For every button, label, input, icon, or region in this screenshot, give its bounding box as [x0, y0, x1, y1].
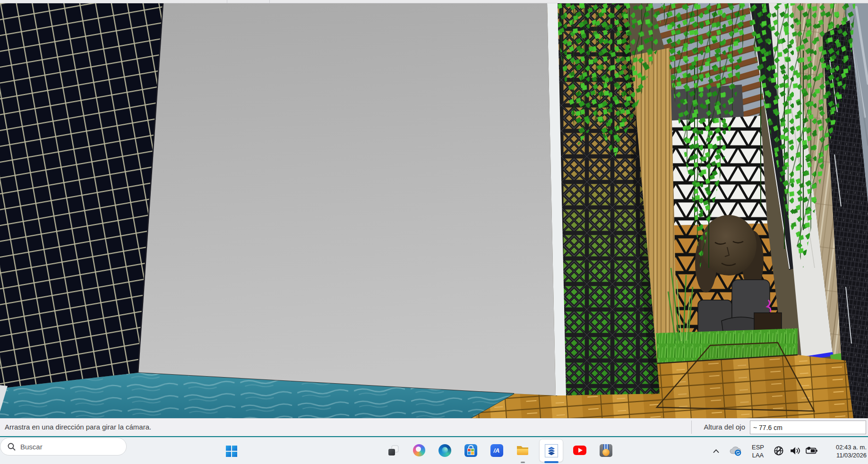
- desktop-screen: Arrastra en una dirección para girar la …: [0, 0, 868, 464]
- youtube-icon: [573, 446, 586, 455]
- sketchup-icon: [544, 443, 559, 458]
- tray-expand-button[interactable]: [710, 446, 722, 457]
- tray-date: 11/03/2026: [836, 451, 867, 459]
- microsoft-store-button[interactable]: [464, 443, 478, 457]
- windows-logo-icon: [225, 445, 238, 458]
- toolbar-divider: [227, 0, 227, 3]
- tray-time: 02:43 a. m.: [836, 443, 867, 451]
- edge-button[interactable]: [438, 443, 452, 457]
- search-icon: [7, 442, 16, 451]
- camera-hint-text: Arrastra en una dirección para girar la …: [5, 423, 151, 431]
- language-indicator[interactable]: ESP LAA: [748, 442, 767, 461]
- speaker-icon: [789, 445, 800, 456]
- onedrive-tray-button[interactable]: [728, 444, 743, 457]
- network-tray-button[interactable]: [772, 445, 785, 457]
- battery-tray-button[interactable]: [804, 445, 819, 457]
- task-view-icon: [387, 444, 400, 457]
- globe-no-internet-icon: [773, 445, 784, 456]
- eye-height-input[interactable]: [750, 421, 866, 434]
- start-button[interactable]: [223, 443, 240, 459]
- battery-saver-icon: [805, 445, 818, 456]
- search-input[interactable]: [20, 443, 110, 451]
- language-line2: LAA: [752, 451, 764, 459]
- medal-coin: [602, 449, 610, 456]
- toolbar-strip: [0, 0, 868, 3]
- slash-a-icon: /A: [490, 444, 503, 457]
- file-explorer-icon: [516, 445, 529, 456]
- status-divider: [691, 421, 692, 434]
- file-explorer-running-dot: [521, 462, 525, 463]
- volume-tray-button[interactable]: [788, 445, 801, 457]
- status-bar: Arrastra en una dirección para girar la …: [0, 418, 868, 436]
- tile-wall: [0, 3, 163, 388]
- slash-a-app-button[interactable]: /A: [490, 443, 504, 457]
- copilot-icon: [413, 444, 425, 456]
- edge-icon: [438, 444, 451, 457]
- sketchup-active-indicator: [544, 461, 559, 463]
- medal-button[interactable]: [599, 443, 613, 457]
- microsoft-store-icon: [464, 444, 477, 457]
- clock[interactable]: 02:43 a. m. 11/03/2026: [824, 442, 867, 461]
- file-explorer-button[interactable]: [516, 443, 530, 457]
- gray-wall: [138, 3, 556, 395]
- taskbar: /A: [0, 437, 868, 464]
- chevron-up-icon: [711, 447, 721, 456]
- eye-height-label: Altura del ojo: [696, 423, 745, 431]
- sketchup-button-active[interactable]: [539, 439, 563, 462]
- store-windows-grid: [467, 448, 474, 455]
- scene-svg: [0, 3, 868, 418]
- language-line1: ESP: [752, 443, 764, 451]
- youtube-button[interactable]: [573, 443, 587, 457]
- task-view-button[interactable]: [386, 443, 400, 457]
- 3d-viewport[interactable]: [0, 3, 868, 418]
- toolbar-divider: [269, 0, 270, 3]
- taskbar-search[interactable]: [0, 438, 127, 455]
- medal-icon: [600, 444, 612, 457]
- copilot-button[interactable]: [412, 443, 426, 457]
- store-bag-handle: [468, 445, 473, 448]
- onedrive-cloud-icon: [729, 445, 743, 457]
